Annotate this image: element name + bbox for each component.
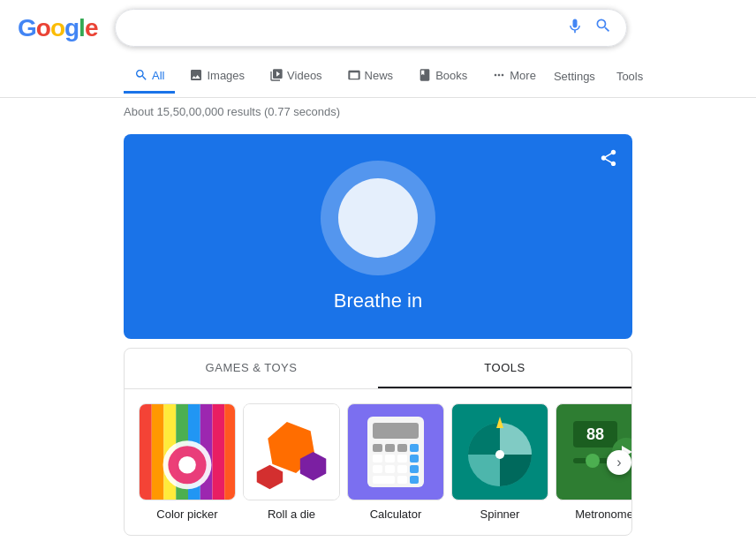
svg-rect-18 (385, 444, 395, 452)
tab-games-toys[interactable]: GAMES & TOYS (125, 349, 378, 388)
nav-item-news[interactable]: News (336, 59, 404, 94)
tool-card-color-picker[interactable]: Color picker (139, 403, 236, 521)
svg-rect-30 (397, 476, 407, 484)
breathing-widget: Breathe in (124, 134, 632, 339)
tools-tabs: GAMES & TOYS TOOLS (125, 349, 631, 389)
svg-rect-29 (373, 476, 395, 484)
nav-item-images[interactable]: Images (178, 59, 255, 94)
nav-bar: All Images Videos News Books More Settin… (0, 56, 756, 98)
nav-label-books: Books (435, 69, 467, 82)
logo-letter-g2: g (64, 14, 79, 42)
svg-rect-16 (373, 423, 419, 439)
svg-rect-26 (385, 465, 395, 473)
tool-label-calculator: Calculator (370, 508, 422, 521)
microphone-icon[interactable] (566, 17, 584, 39)
nav-label-all: All (152, 69, 164, 82)
google-logo: Google (18, 14, 97, 42)
tool-card-spinner[interactable]: Spinner (451, 403, 548, 521)
svg-rect-31 (410, 476, 419, 484)
search-icon[interactable] (594, 17, 612, 39)
svg-rect-23 (397, 455, 407, 463)
svg-rect-0 (140, 404, 152, 500)
nav-label-news: News (365, 69, 394, 82)
tool-img-spinner (451, 403, 548, 500)
tool-img-color-picker (139, 403, 236, 500)
svg-rect-6 (212, 404, 224, 500)
svg-rect-21 (373, 455, 382, 463)
svg-rect-24 (410, 455, 419, 463)
svg-rect-20 (410, 444, 419, 452)
breathe-text: Breathe in (334, 290, 422, 312)
nav-item-videos[interactable]: Videos (259, 59, 333, 94)
tool-label-spinner: Spinner (480, 508, 520, 521)
nav-item-all[interactable]: All (124, 59, 175, 94)
svg-point-38 (586, 454, 600, 468)
svg-rect-28 (410, 465, 419, 473)
tab-tools[interactable]: TOOLS (378, 349, 631, 388)
results-count: About 15,50,00,000 results (0.77 seconds… (0, 98, 756, 125)
nav-settings[interactable]: Settings (550, 61, 599, 92)
svg-rect-1 (152, 404, 164, 500)
breathing-circle-outer (321, 161, 435, 275)
breathing-circle-inner (338, 178, 418, 258)
next-arrow[interactable]: › (607, 450, 631, 475)
svg-rect-17 (373, 444, 382, 452)
tool-img-calculator (347, 403, 444, 500)
nav-label-videos: Videos (287, 69, 322, 82)
tool-label-roll-die: Roll a die (268, 508, 315, 521)
tool-card-roll-die[interactable]: Roll a die (243, 403, 340, 521)
tools-items-wrapper: Color picker Roll a die (125, 389, 631, 535)
nav-label-images: Images (207, 69, 245, 82)
logo-letter-o2: o (50, 14, 64, 42)
nav-right: Settings Tools (550, 61, 646, 92)
svg-rect-22 (385, 455, 395, 463)
share-icon[interactable] (599, 148, 618, 172)
svg-point-33 (495, 450, 504, 459)
nav-item-books[interactable]: Books (407, 59, 478, 94)
logo-letter-e: e (85, 14, 98, 42)
search-input[interactable]: breathing exercise (130, 20, 566, 36)
svg-rect-7 (224, 404, 235, 500)
tool-img-roll-die (243, 403, 340, 500)
svg-point-10 (178, 456, 196, 474)
header: Google breathing exercise (0, 0, 756, 56)
tools-section: GAMES & TOYS TOOLS (124, 348, 632, 536)
search-bar: breathing exercise (115, 9, 627, 47)
tool-card-calculator[interactable]: Calculator (347, 403, 444, 521)
nav-item-more[interactable]: More (481, 59, 547, 94)
svg-marker-34 (496, 417, 503, 428)
tool-label-metronome: Metronome (575, 508, 631, 521)
logo-letter-g: G (18, 14, 36, 42)
svg-text:88: 88 (586, 425, 604, 443)
svg-rect-19 (397, 444, 407, 452)
nav-tools[interactable]: Tools (613, 61, 646, 92)
search-icons (566, 17, 612, 39)
tools-items: Color picker Roll a die (125, 389, 631, 535)
logo-letter-o1: o (36, 14, 50, 42)
logo-letter-l: l (79, 14, 85, 42)
svg-rect-25 (373, 465, 382, 473)
nav-label-more: More (510, 69, 536, 82)
svg-rect-27 (397, 465, 407, 473)
tool-label-color-picker: Color picker (156, 508, 217, 521)
